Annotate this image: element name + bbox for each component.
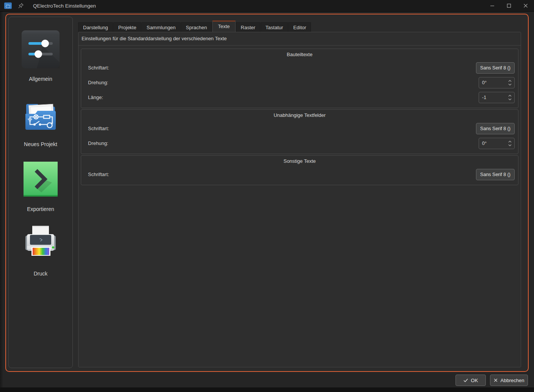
- tab-texte[interactable]: Texte: [212, 20, 236, 32]
- ok-button[interactable]: OK: [455, 375, 486, 386]
- field-label: Schriftart:: [88, 126, 109, 131]
- dialog-button-row: OK Abbrechen: [455, 375, 528, 386]
- field-label: Schriftart:: [88, 172, 109, 177]
- setting-row-l-nge: Länge:-1: [85, 90, 515, 105]
- window-controls: [490, 3, 528, 8]
- window-left-shadow: [0, 11, 3, 392]
- ok-button-label: OK: [471, 378, 478, 383]
- spinbox-value: -1: [479, 95, 508, 100]
- setting-row-schriftart: Schriftart:Sans Serif 8 (): [85, 121, 515, 136]
- tab-tastatur[interactable]: Tastatur: [261, 22, 288, 32]
- setting-row-drehung: Drehung:0°: [85, 136, 515, 151]
- setting-row-schriftart: Schriftart:Sans Serif 8 (): [85, 60, 515, 75]
- minimize-button[interactable]: [490, 3, 495, 8]
- app-icon: [4, 2, 12, 10]
- group-title: Sonstige Texte: [81, 158, 518, 164]
- project-folder-icon: [21, 95, 60, 134]
- spin-up-button[interactable]: [508, 80, 512, 82]
- cancel-button-label: Abbrechen: [501, 378, 525, 383]
- sidebar-item-druck[interactable]: Druck: [9, 224, 72, 277]
- printer-icon: [21, 224, 60, 264]
- panel-header-text: Einstellungen für die Standarddarstellun…: [79, 32, 521, 46]
- export-arrow-icon: [21, 160, 60, 199]
- sidebar-item-exportieren[interactable]: Exportieren: [9, 160, 72, 212]
- spin-down-button[interactable]: [508, 83, 512, 86]
- field-label: Drehung:: [88, 140, 108, 146]
- close-icon: [494, 378, 498, 382]
- close-button[interactable]: [523, 3, 528, 8]
- sidebar-item-label: Neues Projekt: [24, 141, 57, 147]
- sidebar-item-neues-projekt[interactable]: Neues Projekt: [9, 95, 72, 147]
- pin-icon[interactable]: [18, 3, 24, 9]
- settings-groups: BauteiltexteSchriftart:Sans Serif 8 ()Dr…: [79, 46, 521, 185]
- window-title: QElectroTech Einstellungen: [33, 3, 96, 9]
- sidebar-item-label: Allgemein: [29, 76, 52, 82]
- cancel-button[interactable]: Abbrechen: [490, 375, 528, 386]
- sidebar-item-allgemein[interactable]: Allgemein: [9, 30, 72, 82]
- drehung-spinbox[interactable]: 0°: [479, 77, 515, 88]
- spin-up-button[interactable]: [508, 140, 512, 143]
- texte-tab-panel: Einstellungen für die Standarddarstellun…: [78, 32, 521, 367]
- tab-editor[interactable]: Editor: [288, 22, 311, 32]
- tab-sprachen[interactable]: Sprachen: [181, 22, 212, 32]
- schriftart-font-button[interactable]: Sans Serif 8 (): [476, 62, 515, 74]
- group-sonstige-texte: Sonstige TexteSchriftart:Sans Serif 8 (): [81, 155, 518, 185]
- setting-row-schriftart: Schriftart:Sans Serif 8 (): [85, 167, 515, 182]
- spin-down-button[interactable]: [508, 144, 512, 146]
- window-bottom-edge: [0, 387, 534, 392]
- settings-sidebar: AllgemeinNeues ProjektExportierenDruck: [8, 17, 73, 368]
- field-label: Länge:: [88, 94, 103, 100]
- settings-tab-bar: DarstellungProjekteSammlungenSprachenTex…: [78, 20, 311, 32]
- l-nge-spinbox[interactable]: -1: [479, 92, 515, 103]
- spin-up-button[interactable]: [508, 94, 512, 97]
- maximize-button[interactable]: [507, 3, 511, 8]
- tab-projekte[interactable]: Projekte: [113, 22, 141, 32]
- sliders-icon: [21, 30, 60, 69]
- schriftart-font-button[interactable]: Sans Serif 8 (): [476, 169, 515, 180]
- group-unabh-ngige-textfelder: Unabhängige TextfelderSchriftart:Sans Se…: [81, 109, 518, 154]
- group-bauteiltexte: BauteiltexteSchriftart:Sans Serif 8 ()Dr…: [81, 49, 518, 108]
- tab-sammlungen[interactable]: Sammlungen: [141, 22, 181, 32]
- settings-dialog-frame: AllgemeinNeues ProjektExportierenDruck D…: [5, 14, 529, 372]
- drehung-spinbox[interactable]: 0°: [479, 138, 515, 149]
- sidebar-item-label: Exportieren: [27, 206, 54, 212]
- spin-down-button[interactable]: [508, 98, 512, 101]
- titlebar: QElectroTech Einstellungen: [0, 0, 534, 12]
- tab-darstellung[interactable]: Darstellung: [78, 22, 113, 32]
- group-title: Unabhängige Textfelder: [81, 112, 518, 118]
- tab-raster[interactable]: Raster: [236, 22, 260, 32]
- spinbox-value: 0°: [479, 80, 508, 85]
- field-label: Drehung:: [88, 80, 108, 85]
- spinbox-value: 0°: [479, 141, 508, 146]
- check-icon: [463, 378, 468, 382]
- field-label: Schriftart:: [88, 65, 109, 71]
- sidebar-item-label: Druck: [34, 271, 48, 277]
- group-title: Bauteiltexte: [81, 52, 518, 57]
- schriftart-font-button[interactable]: Sans Serif 8 (): [476, 123, 515, 134]
- setting-row-drehung: Drehung:0°: [85, 75, 515, 90]
